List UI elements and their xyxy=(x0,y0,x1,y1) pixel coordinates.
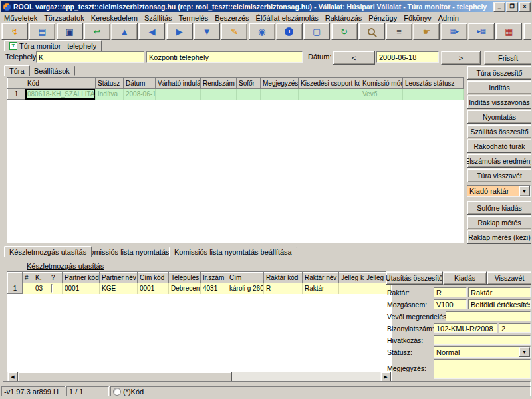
col-hash[interactable]: # xyxy=(23,273,33,283)
col-k[interactable]: K. xyxy=(33,273,49,283)
cell-jelleg-kod[interactable] xyxy=(339,283,364,294)
soforre-kiadas-button[interactable]: Sofőrre kiadás xyxy=(467,201,532,215)
col-kiszedesi-csoport-kod[interactable]: Kiszedési csoport kód xyxy=(299,78,360,89)
cell-sofor[interactable] xyxy=(237,89,261,100)
menu-torzsadatok[interactable]: Törzsadatok xyxy=(41,14,88,22)
col-jelleg-kod[interactable]: Jelleg kód xyxy=(339,273,364,283)
tab-tura[interactable]: Túra xyxy=(4,65,30,76)
cell-irszam[interactable]: 4031 xyxy=(201,283,227,294)
cell-kiszedesi-csoport-kod[interactable] xyxy=(299,89,360,100)
statusz-dropdown[interactable]: Normál ▼ xyxy=(434,346,531,358)
raktar-name-field[interactable]: Raktár xyxy=(468,287,531,297)
tura-osszesito-button[interactable]: Túra összesítő xyxy=(467,66,532,80)
toolbar-undo-button[interactable]: ↩ xyxy=(84,23,110,40)
cell-kod[interactable]: 080618-KH_SZALLITAS/1 xyxy=(25,89,96,100)
elszamolas-eredmeny-button[interactable]: Elszámolás eredmény xyxy=(467,154,532,168)
col-leosztas-statusz[interactable]: Leosztás státusz xyxy=(403,78,464,89)
toolbar-open-button[interactable]: ▤ xyxy=(29,23,55,40)
szallitas-osszesito-button[interactable]: Szállítás összesítő xyxy=(467,124,532,138)
toolbar-run-button[interactable]: ↯ xyxy=(1,23,28,40)
raktar-code-field[interactable]: R xyxy=(434,287,467,297)
cell-hash[interactable] xyxy=(23,283,33,294)
cell-statusz[interactable]: Indítva xyxy=(96,89,124,100)
col-sofor[interactable]: Sofőr xyxy=(237,78,261,89)
toolbar-database-button[interactable]: ◉ xyxy=(249,23,275,40)
nyomtatas-button[interactable]: Nyomtatás xyxy=(467,110,532,124)
toolbar-save-button[interactable]: ▣ xyxy=(57,23,83,40)
telephely-code-field[interactable]: K xyxy=(36,51,144,63)
toolbar-edit-button[interactable]: ✎ xyxy=(221,23,247,40)
col-partner-nev[interactable]: Partner név xyxy=(100,273,138,283)
toolbar-form-button[interactable]: ▢ xyxy=(303,23,330,40)
menu-penzugy[interactable]: Pénzügy xyxy=(366,14,401,22)
menu-beszerzes[interactable]: Beszerzés xyxy=(212,14,253,22)
cell-k[interactable]: 03 xyxy=(33,283,49,294)
utasitas-osszesito-button[interactable]: Utasítás összesítő xyxy=(386,271,443,285)
cell-partner-nev[interactable]: KGE xyxy=(100,283,138,294)
megjegyzes-textarea[interactable] xyxy=(434,359,531,379)
table-row[interactable]: 1 03 0001 KGE 0001 Debrecen 4031 károli … xyxy=(8,283,391,294)
col-raktar-kod[interactable]: Raktár kód xyxy=(264,273,303,283)
cell-leosztas-statusz[interactable] xyxy=(403,89,464,100)
menu-termeles[interactable]: Termelés xyxy=(176,14,213,22)
col-question[interactable]: ? xyxy=(49,273,63,283)
col-raktar-nev[interactable]: Raktár név xyxy=(303,273,339,283)
tab-tura-monitor-telephely[interactable]: T Túra monitor - telephely xyxy=(4,40,102,51)
kod-radio[interactable] xyxy=(113,388,121,396)
menu-raktarozas[interactable]: Raktározás xyxy=(323,14,366,22)
hivatkozas-field[interactable] xyxy=(434,335,531,345)
toolbar-first-record-button[interactable]: ▲ xyxy=(111,23,138,40)
col-kod[interactable]: Kód xyxy=(25,78,96,89)
toolbar-search-button[interactable] xyxy=(358,23,385,40)
raklap-meres-kezi-button[interactable]: Raklap mérés (kézi) xyxy=(467,230,532,244)
cell-varhato-indulas[interactable] xyxy=(156,89,201,100)
dropdown-arrow-icon[interactable]: ▼ xyxy=(519,347,530,357)
tab-komissios-lista-nyomtatasa[interactable]: Komissiós lista nyomtatása xyxy=(80,247,179,257)
dropdown-arrow-icon[interactable]: ▼ xyxy=(519,186,530,196)
refresh-button[interactable]: Frissít xyxy=(484,51,532,65)
mozgasnem-code-field[interactable]: V100 xyxy=(434,299,467,309)
col-partner-kod[interactable]: Partner kód xyxy=(63,273,100,283)
col-cim-kod[interactable]: Cím kód xyxy=(138,273,169,283)
col-varhato-indulas[interactable]: Várható indulás xyxy=(156,78,201,89)
cell-datum[interactable]: 2008-06-18 xyxy=(124,89,156,100)
cell-partner-kod[interactable]: 0001 xyxy=(63,283,100,294)
col-irszam[interactable]: Ir.szám xyxy=(201,273,227,283)
toolbar-info-button[interactable]: i xyxy=(276,23,303,40)
tab-beallitasok[interactable]: Beállítások xyxy=(29,66,75,76)
restore-button[interactable]: ❐ xyxy=(506,2,518,12)
toolbar-list-button[interactable]: ≡ xyxy=(386,23,412,40)
tab-komissios-lista-nyomtatas-beallitasa[interactable]: Komissiós lista nyomtatás beállítása xyxy=(169,247,297,257)
col-statusz[interactable]: Státusz xyxy=(96,78,124,89)
toolbar-previous-record-button[interactable]: ◀ xyxy=(138,23,165,40)
scrollbar-track[interactable] xyxy=(18,372,380,381)
cell-raktar-nev[interactable]: Raktár xyxy=(303,283,339,294)
col-rendszam[interactable]: Rendszám xyxy=(201,78,237,89)
bizonylatszam-sorszam-field[interactable]: 2 xyxy=(499,323,531,333)
kiado-raktar-dropdown[interactable]: Kiadó raktár ▼ xyxy=(467,185,531,197)
col-cim[interactable]: Cím xyxy=(227,273,264,283)
cell-cim[interactable]: károli g 260 xyxy=(227,283,264,294)
menu-kereskedelem[interactable]: Kereskedelem xyxy=(88,14,142,22)
cell-megjegyzes[interactable] xyxy=(261,89,299,100)
col-datum[interactable]: Dátum xyxy=(124,78,156,89)
col-komissio-mod[interactable]: Komissió mód xyxy=(360,78,403,89)
menu-muveletek[interactable]: Műveletek xyxy=(1,14,41,22)
date-field[interactable]: 2008-06-18 xyxy=(376,51,439,63)
tab-keszletmozgas-utasitas[interactable]: Készletmozgás utasítás xyxy=(4,246,92,257)
col-megjegyzes[interactable]: Megjegyzés xyxy=(261,78,299,89)
col-telepules[interactable]: Település xyxy=(169,273,201,283)
mozgasnem-name-field[interactable]: Belföldi értékesítés u xyxy=(468,299,531,309)
cell-komissio-mod[interactable]: Vevő xyxy=(360,89,403,100)
cell-telepules[interactable]: Debrecen xyxy=(169,283,201,294)
next-day-button[interactable]: > xyxy=(441,51,481,65)
cell-raktar-kod[interactable]: R xyxy=(264,283,303,294)
prev-day-button[interactable]: < xyxy=(332,51,375,65)
toolbar-table-import-button[interactable]: ▸▦ xyxy=(468,23,495,40)
menu-admin[interactable]: Admin xyxy=(436,14,463,22)
bizonylatszam-field[interactable]: 102-KMU-R/2008 xyxy=(434,323,497,333)
toolbar-exit-button[interactable]: x xyxy=(523,23,532,40)
raklap-meres-button[interactable]: Raklap mérés xyxy=(467,215,532,229)
kiadas-button[interactable]: Kiadás xyxy=(443,271,487,285)
row-checkbox[interactable] xyxy=(51,284,53,293)
